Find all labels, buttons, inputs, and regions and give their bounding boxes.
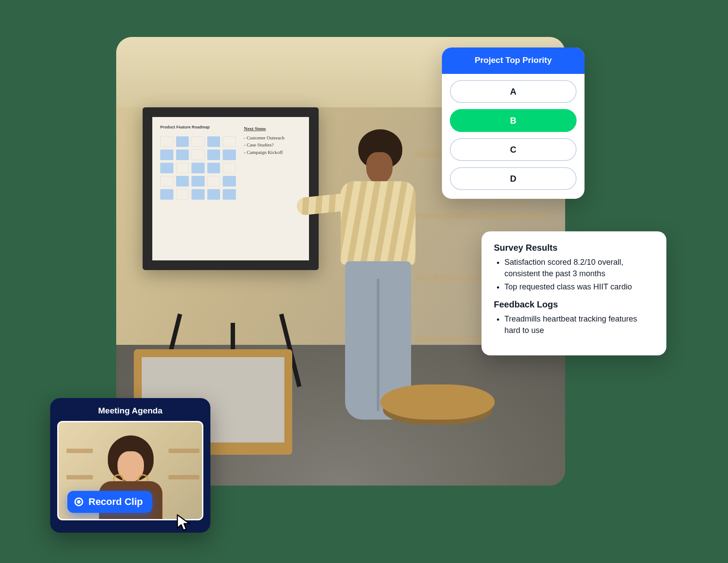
results-item: Satisfaction scored 8.2/10 overall, cons… <box>504 256 654 279</box>
poll-option-a[interactable]: A <box>450 80 577 103</box>
record-label: Record Clip <box>88 496 143 508</box>
notes-heading: Next Steps <box>244 125 301 132</box>
results-item: Top requested class was HIIT cardio <box>504 281 654 292</box>
poll-options: A B C D <box>442 74 585 199</box>
results-list-1: Satisfaction scored 8.2/10 overall, cons… <box>494 256 654 292</box>
poll-option-c[interactable]: C <box>450 138 577 161</box>
whiteboard-chart-title: Product Feature Roadmap <box>160 125 236 129</box>
notes-line: - Customer Outreach <box>244 134 301 142</box>
coffee-table <box>380 384 495 420</box>
poll-option-b[interactable]: B <box>450 109 577 132</box>
agenda-card: Meeting Agenda Record Clip <box>50 398 210 533</box>
results-card: Survey Results Satisfaction scored 8.2/1… <box>482 231 666 355</box>
whiteboard: Product Feature Roadmap Next Steps - Cus… <box>143 107 319 270</box>
roadmap-grid <box>160 133 236 252</box>
presenter-figure <box>323 129 429 428</box>
notes-line: - Campaign Kickoff <box>244 149 301 156</box>
poll-card: Project Top Priority A B C D <box>442 48 585 199</box>
poll-title: Project Top Priority <box>442 48 585 74</box>
poll-option-d[interactable]: D <box>450 167 577 190</box>
video-thumbnail[interactable]: Record Clip <box>57 421 203 520</box>
whiteboard-easel: Product Feature Roadmap Next Steps - Cus… <box>143 107 323 336</box>
notes-line: - Case Studies? <box>244 141 301 149</box>
whiteboard-notes: Next Steps - Customer Outreach - Case St… <box>244 125 301 252</box>
results-heading-2: Feedback Logs <box>494 300 654 310</box>
results-list-2: Treadmills heartbeat tracking features h… <box>494 313 654 336</box>
agenda-title: Meeting Agenda <box>57 404 203 421</box>
record-icon <box>74 497 83 506</box>
results-item: Treadmills heartbeat tracking features h… <box>504 313 654 336</box>
results-heading-1: Survey Results <box>494 243 654 253</box>
record-clip-button[interactable]: Record Clip <box>67 491 152 513</box>
